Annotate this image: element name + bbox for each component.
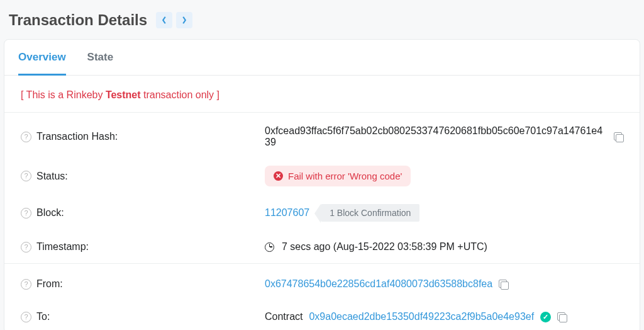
testnet-notice: [ This is a Rinkeby Testnet transaction … <box>4 76 640 112</box>
row-status: ? Status: ✕ Fail with error 'Wrong code' <box>4 157 640 195</box>
value-timestamp: 7 secs ago (Aug-15-2022 03:58:39 PM +UTC… <box>265 241 623 253</box>
page-header: Transaction Details <box>0 0 644 39</box>
label-status-text: Status: <box>36 171 68 182</box>
help-icon[interactable]: ? <box>21 242 31 253</box>
to-prefix: Contract <box>265 311 303 322</box>
label-hash-text: Transaction Hash: <box>36 131 118 142</box>
tab-overview[interactable]: Overview <box>18 40 66 76</box>
copy-from-button[interactable] <box>499 280 508 289</box>
label-status: ? Status: <box>21 171 265 182</box>
row-from: ? From: 0x67478654b0e22856cd1af4080073d6… <box>4 268 640 300</box>
page-title: Transaction Details <box>9 11 147 29</box>
value-block: 11207607 1 Block Confirmation <box>265 204 623 222</box>
prev-tx-button[interactable] <box>156 12 172 28</box>
row-block: ? Block: 11207607 1 Block Confirmation <box>4 195 640 230</box>
help-icon[interactable]: ? <box>21 132 31 142</box>
label-from: ? From: <box>21 278 265 290</box>
tx-hash: 0xfcead93ffac5f6f75ab02cb080253374762068… <box>265 125 608 148</box>
verified-icon: ✓ <box>540 312 551 322</box>
row-timestamp: ? Timestamp: 7 secs ago (Aug-15-2022 03:… <box>4 230 640 263</box>
block-link[interactable]: 11207607 <box>265 207 309 219</box>
divider <box>4 263 640 264</box>
to-address-link[interactable]: 0x9a0ecaed2dbe15350df49223ca2f9b5a0e4e93… <box>309 311 534 322</box>
status-text: Fail with error 'Wrong code' <box>288 171 402 181</box>
help-icon[interactable]: ? <box>21 171 31 181</box>
from-address-link[interactable]: 0x67478654b0e22856cd1af4080073d63588bc8f… <box>265 278 492 290</box>
label-timestamp-text: Timestamp: <box>36 241 89 253</box>
label-to-text: To: <box>36 311 50 322</box>
label-from-text: From: <box>36 278 63 290</box>
value-hash: 0xfcead93ffac5f6f75ab02cb080253374762068… <box>265 125 623 148</box>
tx-nav-arrows <box>156 12 192 28</box>
value-from: 0x67478654b0e22856cd1af4080073d63588bc8f… <box>265 278 623 290</box>
clock-icon <box>265 242 274 252</box>
help-icon[interactable]: ? <box>21 312 31 322</box>
tab-state[interactable]: State <box>87 40 114 76</box>
status-badge: ✕ Fail with error 'Wrong code' <box>265 166 411 186</box>
row-hash: ? Transaction Hash: 0xfcead93ffac5f6f75a… <box>4 117 640 157</box>
label-hash: ? Transaction Hash: <box>21 131 265 142</box>
value-to: Contract 0x9a0ecaed2dbe15350df49223ca2f9… <box>265 311 623 322</box>
timestamp-text: 7 secs ago (Aug-15-2022 03:58:39 PM +UTC… <box>282 241 487 253</box>
label-timestamp: ? Timestamp: <box>21 241 265 253</box>
label-block: ? Block: <box>21 207 265 219</box>
divider <box>4 112 640 113</box>
copy-hash-button[interactable] <box>614 132 623 142</box>
copy-to-button[interactable] <box>557 312 567 322</box>
tabs: Overview State <box>4 40 640 76</box>
confirmation-badge: 1 Block Confirmation <box>321 204 419 222</box>
help-icon[interactable]: ? <box>21 208 31 219</box>
label-to: ? To: <box>21 311 265 322</box>
value-status: ✕ Fail with error 'Wrong code' <box>265 166 623 186</box>
row-to: ? To: Contract 0x9a0ecaed2dbe15350df4922… <box>4 300 640 330</box>
tx-card: Overview State [ This is a Rinkeby Testn… <box>4 39 640 330</box>
help-icon[interactable]: ? <box>21 279 31 290</box>
label-block-text: Block: <box>36 207 64 219</box>
error-icon: ✕ <box>274 171 283 181</box>
next-tx-button[interactable] <box>176 12 192 28</box>
